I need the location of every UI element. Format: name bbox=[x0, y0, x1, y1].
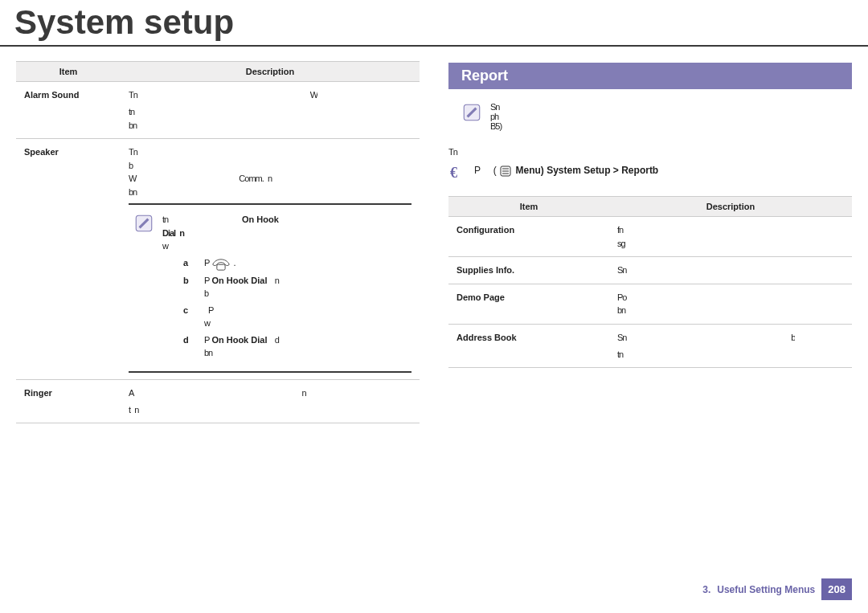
svg-rect-1 bbox=[217, 264, 225, 270]
right-table: Item Description Configuration fn sg Sup… bbox=[448, 196, 852, 368]
item-supplies-info: Supplies Info. bbox=[448, 257, 609, 284]
garbled-text: P ( bbox=[474, 165, 496, 176]
garbled-text: P w bbox=[204, 304, 279, 330]
desc-ringer: A n t n bbox=[121, 379, 420, 423]
phone-icon bbox=[211, 256, 231, 271]
step-a: a P . bbox=[183, 256, 279, 271]
step-d: d P On Hook Dial d bn bbox=[183, 333, 279, 360]
report-section-header: Report bbox=[448, 63, 852, 89]
table-row: Speaker Tn b W Comm. n bn bbox=[16, 139, 420, 380]
step-letter: c bbox=[183, 304, 204, 317]
desc-demo-page: Po bn bbox=[609, 284, 852, 324]
garbled-text: Po bbox=[617, 292, 626, 302]
item-address-book: Address Book bbox=[448, 324, 609, 368]
menu-icon bbox=[500, 166, 511, 177]
th-desc: Description bbox=[121, 62, 420, 82]
step-letter: b bbox=[183, 274, 204, 288]
garbled-text: b bbox=[129, 161, 133, 170]
footer-section-label: Useful Setting Menus bbox=[717, 584, 815, 595]
table-row: Alarm Sound Tn W tn bn bbox=[16, 82, 420, 139]
step-b: b P On Hook Dial n b bbox=[183, 274, 279, 300]
on-hook-label: On Hook bbox=[242, 213, 279, 227]
footer-section-number: 3. bbox=[702, 584, 710, 595]
th-item: Item bbox=[448, 197, 609, 217]
garbled-text: tn bbox=[162, 215, 168, 224]
garbled-text: P bbox=[204, 335, 209, 345]
garbled-text: w bbox=[162, 241, 168, 251]
right-column: Report Sn ph B5) Tn € P ( Menu) System S… bbox=[448, 47, 852, 423]
left-column: Item Description Alarm Sound Tn W tn bn bbox=[16, 47, 420, 423]
garbled-text: . bbox=[233, 258, 235, 268]
garbled-text: Tn bbox=[129, 147, 137, 157]
page-title: System setup bbox=[0, 0, 868, 47]
breadcrumb: System Setup > Reportb bbox=[547, 165, 658, 176]
garbled-text: Tn W bbox=[129, 88, 317, 102]
garbled-text: P bbox=[204, 258, 209, 268]
garbled-text: W Comm. n bbox=[129, 174, 272, 183]
garbled-text: Sn b bbox=[617, 331, 795, 345]
page-number: 208 bbox=[821, 578, 852, 600]
item-speaker: Speaker bbox=[16, 139, 121, 380]
garbled-text: fn bbox=[617, 225, 623, 235]
table-row: Demo Page Po bn bbox=[448, 284, 852, 324]
step-letter: a bbox=[183, 256, 204, 270]
item-alarm-sound: Alarm Sound bbox=[16, 82, 121, 139]
intro-text: Tn bbox=[448, 147, 852, 157]
garbled-text: t n bbox=[129, 405, 138, 415]
garbled-text: A n bbox=[129, 386, 306, 400]
garbled-text: ph bbox=[490, 112, 498, 121]
th-desc: Description bbox=[609, 197, 852, 217]
garbled-text: bn bbox=[129, 187, 137, 197]
desc-alarm-sound: Tn W tn bn bbox=[121, 82, 420, 139]
garbled-text: tn bbox=[617, 349, 623, 359]
desc-supplies-info: Sn bbox=[609, 257, 852, 284]
menu-label: Menu) bbox=[516, 165, 544, 176]
garbled-text: bn bbox=[617, 305, 625, 315]
dial-label: Dial n bbox=[162, 228, 184, 238]
garbled-text: tn bbox=[129, 107, 134, 116]
table-row: Address Book Sn b tn bbox=[448, 324, 852, 368]
footer: 3. Useful Setting Menus 208 bbox=[702, 578, 852, 600]
garbled-text: B5) bbox=[490, 121, 502, 131]
garbled-text: bn bbox=[129, 121, 137, 130]
desc-speaker: Tn b W Comm. n bn tn bbox=[121, 139, 420, 380]
on-hook-dial-label: On Hook Dial bbox=[211, 276, 272, 285]
step-number: € bbox=[450, 165, 474, 182]
left-table: Item Description Alarm Sound Tn W tn bn bbox=[16, 61, 420, 423]
speaker-note-box: tn On Hook Dial n w a P bbox=[129, 203, 411, 373]
garbled-text: Sn bbox=[490, 102, 499, 112]
step-1: € P ( Menu) System Setup > Reportb bbox=[448, 165, 852, 182]
table-row: Configuration fn sg bbox=[448, 217, 852, 257]
item-configuration: Configuration bbox=[448, 217, 609, 257]
item-demo-page: Demo Page bbox=[448, 284, 609, 324]
note-icon bbox=[133, 213, 154, 234]
garbled-text: sg bbox=[617, 239, 625, 248]
step-letter: d bbox=[183, 333, 204, 347]
right-note-box: Sn ph B5) bbox=[461, 102, 852, 131]
desc-configuration: fn sg bbox=[609, 217, 852, 257]
item-ringer: Ringer bbox=[16, 379, 121, 423]
garbled-text: Sn bbox=[617, 265, 626, 275]
on-hook-dial-label: On Hook Dial bbox=[211, 335, 272, 345]
table-row: Supplies Info. Sn bbox=[448, 257, 852, 284]
step-c: c P w bbox=[183, 304, 279, 330]
desc-address-book: Sn b tn bbox=[609, 324, 852, 368]
table-row: Ringer A n t n bbox=[16, 379, 420, 423]
note-icon bbox=[461, 102, 482, 123]
th-item: Item bbox=[16, 62, 121, 82]
garbled-text: P bbox=[204, 276, 209, 285]
